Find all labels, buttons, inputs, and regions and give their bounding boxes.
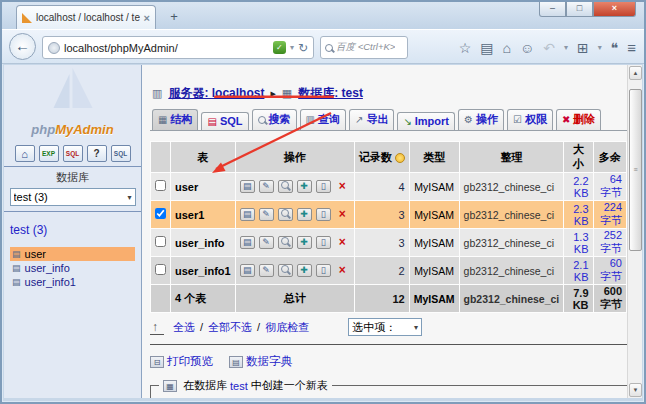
drop-icon[interactable]: × bbox=[335, 180, 350, 193]
browse-icon[interactable]: ▤ bbox=[240, 208, 255, 221]
table-size[interactable]: 2.1 KB bbox=[564, 257, 593, 285]
drop-icon[interactable]: × bbox=[335, 264, 350, 277]
url-text[interactable]: localhost/phpMyAdmin/ bbox=[64, 42, 269, 54]
bookmark-star-icon[interactable]: ☆ bbox=[459, 40, 472, 56]
help-button[interactable]: ? bbox=[87, 145, 107, 162]
bookmarks-menu-icon[interactable]: ▤ bbox=[480, 40, 493, 56]
print-preview-link[interactable]: 打印预览 bbox=[167, 354, 213, 369]
row-checkbox[interactable] bbox=[155, 180, 166, 191]
database-selector-section: 数据库 test (3) ▾ bbox=[4, 166, 141, 211]
scrollbar-thumb[interactable]: ≡ bbox=[629, 89, 642, 251]
menu-icon[interactable]: ≡ bbox=[627, 39, 636, 56]
row-checkbox[interactable] bbox=[155, 236, 166, 247]
sync-dropdown-icon[interactable]: ▾ bbox=[564, 43, 568, 52]
shield-dropdown-icon[interactable]: ▾ bbox=[290, 43, 294, 52]
header-actions: 操作 bbox=[235, 142, 354, 173]
table-overhead[interactable]: 64 字节 bbox=[593, 173, 626, 201]
tab-privileges[interactable]: ☑ 权限 bbox=[507, 109, 553, 130]
screenshot-icon[interactable]: ⊞ bbox=[577, 40, 589, 56]
table-name[interactable]: user_info1 bbox=[171, 257, 236, 285]
back-button[interactable]: ← bbox=[9, 33, 36, 60]
tab-operations[interactable]: ⚙ 操作 bbox=[458, 109, 504, 130]
insert-icon[interactable]: ✚ bbox=[297, 180, 312, 193]
search-placeholder[interactable]: 百度 <Ctrl+K> bbox=[336, 41, 395, 54]
table-overhead[interactable]: 252 字节 bbox=[593, 229, 626, 257]
reload-icon[interactable]: ↻ bbox=[298, 41, 308, 55]
breadcrumb-server-link[interactable]: 服务器: localhost bbox=[168, 85, 264, 102]
empty-icon[interactable]: ▯ bbox=[316, 208, 331, 221]
table-size[interactable]: 2.2 KB bbox=[564, 173, 593, 201]
with-selected-select[interactable]: 选中项： ▾ bbox=[348, 318, 422, 336]
table-name[interactable]: user1 bbox=[171, 201, 236, 229]
minimize-button[interactable]: – bbox=[539, 2, 566, 17]
sidebar-item-user[interactable]: ▤ user bbox=[10, 247, 135, 261]
table-size[interactable]: 2.3 KB bbox=[564, 201, 593, 229]
tab-sql[interactable]: ▤ SQL bbox=[201, 112, 248, 130]
table-size[interactable]: 1.3 KB bbox=[564, 229, 593, 257]
empty-icon[interactable]: ▯ bbox=[316, 236, 331, 249]
query-window-button[interactable]: SQL bbox=[111, 145, 131, 162]
sql-history-button[interactable]: SQL bbox=[63, 145, 83, 162]
structure-icon[interactable]: ✎ bbox=[259, 180, 274, 193]
tab-export[interactable]: ↗ 导出 bbox=[349, 109, 394, 130]
browser-tab[interactable]: localhost / localhost / te... × bbox=[16, 5, 156, 29]
feedback-icon[interactable]: ☺ bbox=[520, 40, 534, 56]
data-dictionary-link[interactable]: 数据字典 bbox=[246, 354, 292, 369]
tab-query[interactable]: ▥ 查询 bbox=[300, 109, 346, 130]
table-overhead[interactable]: 224 字节 bbox=[593, 201, 626, 229]
search-icon[interactable] bbox=[278, 236, 293, 249]
row-checkbox[interactable] bbox=[155, 264, 166, 275]
empty-icon[interactable]: ▯ bbox=[316, 264, 331, 277]
empty-icon[interactable]: ▯ bbox=[316, 180, 331, 193]
breadcrumb-database-link[interactable]: 数据库: test bbox=[298, 85, 363, 102]
browse-icon[interactable]: ▤ bbox=[240, 180, 255, 193]
sidebar-database-link[interactable]: test (3) bbox=[10, 223, 47, 237]
insert-icon[interactable]: ✚ bbox=[297, 236, 312, 249]
structure-icon[interactable]: ✎ bbox=[259, 264, 274, 277]
table-overhead[interactable]: 60 字节 bbox=[593, 257, 626, 285]
check-all-link[interactable]: 全选 bbox=[173, 320, 195, 335]
sidebar-item-user-info[interactable]: ▤ user_info bbox=[10, 261, 135, 275]
home-icon[interactable]: ⌂ bbox=[502, 40, 510, 56]
scroll-up-icon[interactable]: ▲ bbox=[629, 66, 642, 80]
records-count: 2 bbox=[354, 257, 409, 285]
database-select[interactable]: test (3) ▾ bbox=[10, 188, 136, 206]
check-tables-link[interactable]: 彻底检查 bbox=[265, 320, 309, 335]
close-button[interactable]: × bbox=[593, 2, 636, 17]
insert-icon[interactable]: ✚ bbox=[297, 264, 312, 277]
search-icon[interactable] bbox=[278, 180, 293, 193]
search-bar[interactable]: 百度 <Ctrl+K> bbox=[320, 36, 408, 59]
scroll-down-icon[interactable]: ▼ bbox=[629, 383, 642, 397]
legend-database-link[interactable]: test bbox=[230, 380, 248, 392]
tab-structure[interactable]: ▦ 结构 bbox=[152, 109, 198, 130]
drop-icon[interactable]: × bbox=[335, 236, 350, 249]
screenshot-dropdown-icon[interactable]: ▾ bbox=[598, 43, 602, 52]
home-button[interactable]: ⌂ bbox=[15, 145, 35, 162]
maximize-button[interactable]: □ bbox=[566, 2, 593, 17]
insert-icon[interactable]: ✚ bbox=[297, 208, 312, 221]
table-name[interactable]: user bbox=[171, 173, 236, 201]
table-name[interactable]: user_info bbox=[171, 229, 236, 257]
sidebar-item-user-info1[interactable]: ▤ user_info1 bbox=[10, 275, 135, 289]
structure-icon[interactable]: ✎ bbox=[259, 208, 274, 221]
search-icon[interactable] bbox=[278, 264, 293, 277]
browse-icon[interactable]: ▤ bbox=[240, 264, 255, 277]
url-bar[interactable]: localhost/phpMyAdmin/ ✓ ▾ ↻ bbox=[42, 36, 314, 59]
row-checkbox[interactable] bbox=[155, 208, 166, 219]
drop-icon[interactable]: × bbox=[335, 208, 350, 221]
tab-close-icon[interactable]: × bbox=[144, 12, 150, 24]
export-button[interactable]: EXP bbox=[39, 145, 59, 162]
structure-icon[interactable]: ✎ bbox=[259, 236, 274, 249]
tab-search[interactable]: 搜索 bbox=[252, 109, 297, 130]
tab-drop[interactable]: ✖ 删除 bbox=[556, 109, 601, 130]
search-icon[interactable] bbox=[278, 208, 293, 221]
vertical-scrollbar[interactable]: ▲ ≡ ▼ bbox=[627, 65, 642, 398]
hint-icon[interactable] bbox=[395, 153, 405, 163]
browse-icon[interactable]: ▤ bbox=[240, 236, 255, 249]
chat-icon[interactable]: ❝ bbox=[611, 40, 619, 56]
new-tab-button[interactable]: + bbox=[162, 9, 186, 26]
sync-icon[interactable]: ↶ bbox=[543, 40, 555, 56]
tab-import[interactable]: ↘ Import bbox=[397, 112, 455, 130]
uncheck-all-link[interactable]: 全部不选 bbox=[208, 320, 252, 335]
shield-icon[interactable]: ✓ bbox=[273, 41, 286, 54]
